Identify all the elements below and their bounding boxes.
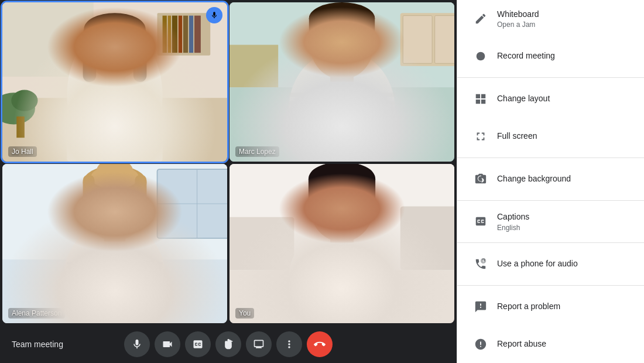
svg-point-43 xyxy=(348,38,359,52)
svg-rect-19 xyxy=(133,29,147,82)
svg-rect-25 xyxy=(67,119,162,162)
svg-point-32 xyxy=(289,50,395,162)
toolbar-buttons xyxy=(124,331,333,357)
video-tile-2: Marc Lopez xyxy=(229,2,454,162)
menu-subtitle-whiteboard: Open a Jam xyxy=(497,20,632,29)
menu-item-change-layout[interactable]: Change layout xyxy=(457,80,644,118)
menu-item-report-abuse[interactable]: Report abuse xyxy=(457,326,644,363)
svg-point-17 xyxy=(83,16,147,53)
captions-button[interactable] xyxy=(185,331,211,357)
participant-name-4: You xyxy=(235,308,254,319)
svg-rect-9 xyxy=(194,16,201,53)
svg-point-84 xyxy=(310,218,314,222)
svg-point-21 xyxy=(99,41,109,54)
svg-point-85 xyxy=(324,201,336,215)
report-abuse-icon xyxy=(469,333,492,356)
layout-icon xyxy=(469,87,492,111)
svg-point-86 xyxy=(348,201,359,215)
svg-rect-27 xyxy=(229,2,454,87)
svg-rect-48 xyxy=(2,164,227,323)
svg-point-69 xyxy=(121,201,132,215)
menu-title-report-problem: Report a problem xyxy=(497,301,632,313)
svg-rect-28 xyxy=(400,13,454,66)
svg-rect-49 xyxy=(2,164,227,259)
background-icon xyxy=(469,167,492,191)
menu-item-report-problem[interactable]: Report a problem xyxy=(457,288,644,326)
cc-icon xyxy=(469,210,492,233)
menu-text-fullscreen: Full screen xyxy=(497,131,632,142)
video-area: Jo Hall xyxy=(0,0,457,363)
svg-rect-75 xyxy=(400,207,454,270)
svg-point-11 xyxy=(2,93,35,124)
record-icon xyxy=(469,44,492,68)
svg-point-63 xyxy=(83,166,147,200)
svg-point-38 xyxy=(310,11,374,80)
svg-rect-26 xyxy=(229,2,454,162)
divider-5 xyxy=(457,285,644,286)
svg-rect-6 xyxy=(179,16,182,53)
svg-rect-58 xyxy=(67,275,162,278)
svg-point-42 xyxy=(324,38,336,52)
svg-rect-57 xyxy=(67,269,162,272)
svg-rect-60 xyxy=(67,287,162,290)
svg-point-24 xyxy=(122,44,129,53)
divider-3 xyxy=(457,200,644,201)
svg-point-80 xyxy=(309,164,375,196)
menu-title-whiteboard: Whiteboard xyxy=(497,9,632,20)
svg-rect-82 xyxy=(364,173,375,210)
menu-item-phone-audio[interactable]: Use a phone for audio xyxy=(457,245,644,283)
menu-item-captions[interactable]: Captions English xyxy=(457,203,644,240)
svg-point-83 xyxy=(310,164,374,189)
svg-rect-7 xyxy=(183,16,188,53)
pencil-icon xyxy=(469,7,492,30)
video-grid: Jo Hall xyxy=(0,0,457,326)
svg-rect-31 xyxy=(229,45,278,88)
svg-rect-73 xyxy=(229,164,454,270)
divider-2 xyxy=(457,157,644,158)
menu-item-fullscreen[interactable]: Full screen xyxy=(457,118,644,155)
svg-point-14 xyxy=(67,26,162,162)
menu-item-record[interactable]: Record meeting xyxy=(457,37,644,75)
svg-rect-0 xyxy=(2,2,227,162)
svg-point-76 xyxy=(289,225,395,323)
svg-rect-35 xyxy=(289,109,395,114)
present-button[interactable] xyxy=(246,331,272,357)
svg-rect-36 xyxy=(289,118,395,122)
camera-button[interactable] xyxy=(155,331,180,357)
svg-point-55 xyxy=(67,244,162,323)
menu-text-change-layout: Change layout xyxy=(497,93,632,105)
context-menu: Whiteboard Open a Jam Record meeting Cha… xyxy=(457,0,644,363)
svg-rect-1 xyxy=(2,2,227,98)
svg-rect-61 xyxy=(104,216,125,242)
svg-point-77 xyxy=(292,246,392,323)
meeting-toolbar: Team meeting xyxy=(0,326,457,363)
menu-text-change-background: Change background xyxy=(497,173,632,185)
svg-rect-3 xyxy=(163,16,167,53)
svg-point-16 xyxy=(85,16,144,80)
svg-rect-56 xyxy=(67,262,162,265)
video-tile-3: Alena Patterson xyxy=(2,164,227,323)
menu-item-whiteboard[interactable]: Whiteboard Open a Jam xyxy=(457,0,644,37)
svg-point-62 xyxy=(84,174,145,241)
mic-button[interactable] xyxy=(124,331,150,357)
menu-item-change-background[interactable]: Change background xyxy=(457,160,644,198)
participant-name-3: Alena Patterson xyxy=(8,308,65,319)
end-call-button[interactable] xyxy=(307,331,333,357)
more-options-button[interactable] xyxy=(276,331,302,357)
raise-hand-button[interactable] xyxy=(215,331,241,357)
svg-point-45 xyxy=(350,41,358,50)
menu-text-phone-audio: Use a phone for audio xyxy=(497,258,632,270)
report-problem-icon xyxy=(469,295,492,319)
svg-rect-8 xyxy=(189,16,193,53)
svg-point-67 xyxy=(96,164,133,185)
svg-rect-72 xyxy=(229,164,454,323)
divider-1 xyxy=(457,77,644,78)
video-tile-4: You xyxy=(229,164,454,323)
menu-title-record: Record meeting xyxy=(497,50,632,62)
svg-rect-50 xyxy=(157,169,227,238)
phone-audio-icon xyxy=(469,252,492,276)
svg-rect-41 xyxy=(364,13,375,39)
svg-point-23 xyxy=(101,44,108,53)
divider-4 xyxy=(457,242,644,243)
svg-rect-81 xyxy=(309,173,320,210)
